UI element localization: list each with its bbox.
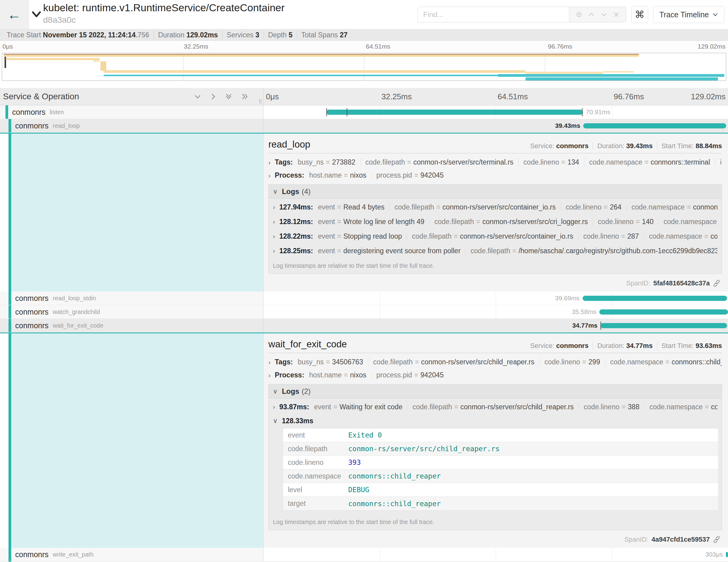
find-next-icon[interactable] <box>600 11 607 18</box>
tag-pair: code.namespace=co… <box>658 218 717 226</box>
span-detail-indent <box>0 134 264 291</box>
field-key: level <box>283 486 348 494</box>
chevron-right-icon: › <box>273 233 275 240</box>
span-detail-meta: Service: conmonrsDuration: 39.43msStart … <box>526 142 722 150</box>
log-entry[interactable]: ›128.25ms:event=deregistering event sour… <box>269 244 722 258</box>
span-row[interactable]: conmonrs read_loop 39.43ms <box>0 119 728 133</box>
minimap-tick-labels: 0μs32.25ms64.51ms96.76ms129.02ms <box>0 41 728 52</box>
find-prev-icon[interactable] <box>588 11 595 18</box>
tag-pair: code.lineno=134 <box>518 158 584 166</box>
tick-label: 32.25ms <box>184 43 209 50</box>
tag-pair: code.filepath=conmon-rs/server/src/child… <box>407 403 579 411</box>
chevron-down-icon <box>713 12 718 17</box>
logs-header[interactable]: ∨Logs(4) <box>269 185 722 199</box>
span-bar[interactable] <box>583 123 726 128</box>
copy-link-icon[interactable] <box>713 536 721 543</box>
tags-row[interactable]: ›Tags:busy_ns=273882code.filepath=conmon… <box>268 158 722 166</box>
span-row[interactable]: conmonrs listen 70.91ms <box>0 105 728 119</box>
span-name-cell[interactable]: conmonrs watch_grandchild <box>0 305 264 319</box>
collapse-all-icon[interactable] <box>224 92 233 101</box>
span-timeline-cell[interactable]: 34.77ms <box>264 319 728 332</box>
span-bar[interactable] <box>600 323 727 328</box>
trace-id: d8a3a0c <box>43 15 76 25</box>
logs-list: ›127.94ms:event=Read 4 bytescode.filepat… <box>269 199 722 259</box>
span-timeline-cell[interactable]: 35.58ms <box>264 305 728 319</box>
span-bar[interactable] <box>326 110 583 115</box>
process-row[interactable]: ›Process:host.name=nixosprocess.pid=9420… <box>268 171 722 179</box>
logs-footnote: Log timestamps are relative to the start… <box>269 516 722 530</box>
tag-pair: code.filepath=conmon-rs/server/src/conta… <box>389 203 560 211</box>
clear-find-icon[interactable] <box>613 11 620 18</box>
minimap-span-segment <box>93 60 100 62</box>
field-value: DEBUG <box>348 486 369 494</box>
span-timeline-cell[interactable]: 39.43ms <box>264 119 728 133</box>
trace-view-selector[interactable]: Trace Timeline <box>653 6 724 23</box>
log-entry-header[interactable]: ∨128.33ms <box>269 414 722 427</box>
minimap-span-segment <box>4 55 639 57</box>
span-name-cell[interactable]: conmonrs read_loop_stdin <box>0 291 264 305</box>
logs-header[interactable]: ∨Logs(2) <box>269 384 722 398</box>
minimap-gridline <box>364 53 364 80</box>
log-entry[interactable]: ›127.94ms:event=Read 4 bytescode.filepat… <box>269 200 722 214</box>
chevron-down-icon: ∨ <box>273 417 277 424</box>
field-key: target <box>283 499 348 508</box>
expand-all-icon[interactable] <box>241 93 249 100</box>
trace-depth: Depth 5 <box>264 31 297 39</box>
tag-pair: event=Waiting for exit code <box>314 403 407 411</box>
tick-label: 64.51ms <box>366 43 390 50</box>
log-entry[interactable]: ›128.22ms:event=Stopping read loopcode.f… <box>269 229 722 244</box>
keyboard-shortcuts-button[interactable]: ⌘ <box>631 6 648 23</box>
tag-pair: process.pid=942045 <box>371 371 449 379</box>
span-id-label: SpanID: <box>624 536 648 543</box>
span-timeline-cell[interactable]: 39.69ms <box>264 291 728 305</box>
trace-minimap[interactable] <box>2 53 726 81</box>
tag-pair: code.filepath=conmon-rs/server/src/cri_l… <box>429 218 593 226</box>
span-timeline-cell[interactable]: 303μs <box>264 548 728 561</box>
process-label: Process: <box>275 171 304 179</box>
back-button[interactable]: ← <box>0 0 29 29</box>
logs-label: Logs <box>282 187 299 196</box>
service-operation-title: Service & Operation <box>3 92 79 101</box>
log-marker-tick <box>326 108 327 116</box>
command-icon: ⌘ <box>635 9 645 20</box>
span-bar[interactable] <box>726 552 728 557</box>
gridline <box>380 119 380 132</box>
span-row[interactable]: conmonrs read_loop_stdin 39.69ms <box>0 291 728 305</box>
span-operation-name: read_loop <box>53 122 80 129</box>
collapse-one-icon[interactable] <box>193 93 202 100</box>
chevron-right-icon: › <box>273 247 275 254</box>
span-name-cell[interactable]: conmonrs write_exit_path <box>0 548 264 561</box>
span-name-cell[interactable]: conmonrs listen <box>0 105 264 119</box>
logs-list: ›93.87ms:event=Waiting for exit codecode… <box>269 398 722 516</box>
span-row[interactable]: conmonrs write_exit_path 303μs <box>0 548 728 561</box>
find-input[interactable] <box>418 7 569 22</box>
span-service-name: conmonrs <box>15 321 49 330</box>
log-entry[interactable]: ›128.12ms:event=Wrote log line of length… <box>269 214 722 229</box>
span-timeline-cell[interactable]: 70.91ms <box>264 105 728 119</box>
tag-pair: code.lineno=299 <box>539 358 605 366</box>
log-entry[interactable]: ›93.87ms:event=Waiting for exit codecode… <box>269 400 722 414</box>
expand-one-icon[interactable] <box>210 93 216 100</box>
span-duration-label: 35.58ms <box>572 308 597 315</box>
span-color-bar <box>9 119 11 132</box>
tags-row[interactable]: ›Tags:busy_ns=34506763code.filepath=conm… <box>268 358 722 366</box>
span-bar[interactable] <box>599 309 728 315</box>
chevron-right-icon: › <box>273 403 275 410</box>
tag-pair: code.namespace=conmon… <box>644 403 717 411</box>
span-table-header: Service & Operation 0μs32.25ms64.51ms96.… <box>0 88 728 105</box>
collapse-trace-chevron-icon[interactable] <box>31 10 42 20</box>
span-detail-panel: read_loop Service: conmonrsDuration: 39.… <box>264 134 728 291</box>
span-row[interactable]: conmonrs watch_grandchild 35.58ms <box>0 305 728 319</box>
span-row[interactable]: conmonrs wait_for_exit_code 34.77ms <box>0 319 728 332</box>
focus-target-icon[interactable] <box>575 11 583 18</box>
tag-pair: code.namespace=conmon… <box>644 232 717 240</box>
process-row[interactable]: ›Process:host.name=nixosprocess.pid=9420… <box>268 371 722 379</box>
copy-link-icon[interactable] <box>713 279 721 287</box>
span-name-cell[interactable]: conmonrs wait_for_exit_code <box>0 319 264 332</box>
tag-pair: event=deregistering event source from po… <box>318 247 465 255</box>
span-bar[interactable] <box>583 296 727 301</box>
minimap-gridline <box>183 53 183 80</box>
span-name-cell[interactable]: conmonrs read_loop <box>0 119 264 133</box>
span-id-value: 5faf48165428c37a <box>653 279 710 287</box>
column-resize-grip[interactable] <box>259 99 261 104</box>
